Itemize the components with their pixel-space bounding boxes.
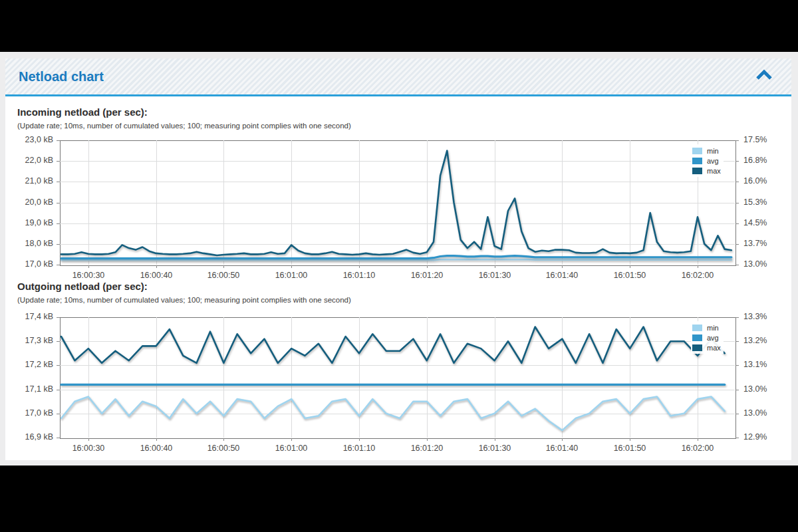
y-axis-label-right: 13.0% [743,259,767,269]
y-axis-label-left: 17,2 kB [4,360,53,369]
legend-label: max [707,167,721,175]
y-axis-label-left: 16,9 kB [4,432,53,442]
x-axis-tick-label: 16:01:40 [538,444,586,453]
chart-legend: minavgmax [691,321,724,354]
x-axis-tick-label: 16:01:30 [471,271,519,280]
y-axis-label-left: 17,0 kB [4,408,53,418]
x-axis-tick-label: 16:02:00 [674,271,722,280]
x-axis-tick-label: 16:01:10 [335,444,383,453]
y-axis-label-right: 13.1% [743,360,767,369]
y-axis-label-right: 15.3% [743,198,767,207]
y-axis-label-right: 16.8% [743,156,767,165]
y-axis-label-right: 16.0% [743,176,767,186]
x-axis-tick-label: 16:00:40 [132,271,180,280]
outgoing-section-heading: Outgoing netload (per sec): [17,281,148,292]
outgoing-netload-chart: 17,4 kB17,3 kB17,2 kB17,1 kB17,0 kB16,9 … [60,317,735,438]
y-axis-label-left: 20,0 kB [4,198,53,207]
legend-label: min [707,324,719,332]
legend-item-avg: avg [692,332,721,342]
y-axis-label-left: 22,0 kB [4,156,53,165]
y-axis-label-left: 19,0 kB [4,218,53,227]
incoming-netload-chart: 23,0 kB22,0 kB21,0 kB20,0 kB19,0 kB18,0 … [60,140,735,265]
x-axis-tick-label: 16:01:20 [403,271,451,280]
legend-label: min [707,147,719,155]
x-axis-tick-label: 16:00:50 [200,444,247,453]
netload-panel: Netload chart Incoming netload (per sec)… [5,59,791,460]
gridlines [57,140,739,268]
x-axis-tick-label: 16:00:50 [200,271,247,280]
legend-item-min: min [692,146,721,156]
y-axis-label-right: 14.5% [743,218,767,227]
x-axis-tick-label: 16:01:10 [335,271,383,280]
y-axis-label-right: 12.9% [743,432,767,442]
legend-item-avg: avg [692,156,721,166]
x-axis-tick-label: 16:01:30 [471,444,519,453]
y-axis-label-left: 23,0 kB [4,135,53,144]
legend-item-min: min [692,323,721,332]
legend-item-max: max [692,166,721,176]
y-axis-label-left: 17,3 kB [4,336,53,345]
legend-label: avg [707,157,719,165]
panel-title: Netload chart [19,59,104,94]
x-axis-tick-label: 16:00:30 [65,444,112,453]
x-axis-tick-label: 16:01:50 [606,444,654,453]
legend-item-max: max [692,342,721,352]
y-axis-label-right: 13.0% [743,408,767,418]
incoming-section-heading: Incoming netload (per sec): [17,106,148,118]
x-axis-tick-label: 16:01:50 [606,271,654,280]
legend-swatch-min-icon [692,325,702,331]
x-axis-tick-label: 16:01:00 [267,271,315,280]
series-avg-line [61,256,732,259]
gridlines [57,317,739,441]
plot-svg [60,140,735,265]
x-axis-tick-label: 16:00:30 [65,271,112,280]
y-axis-label-left: 17,0 kB [4,259,53,269]
y-axis-label-left: 21,0 kB [4,176,53,186]
collapse-button[interactable] [754,67,774,84]
legend-label: max [707,344,721,352]
series-min-line [61,397,725,431]
incoming-section-subheading: (Update rate; 10ms, number of cumulated … [17,122,351,130]
y-axis-label-left: 18,0 kB [4,239,53,248]
x-axis-tick-label: 16:01:40 [538,271,586,280]
y-axis-label-right: 13.3% [743,312,767,321]
legend-label: avg [707,334,719,342]
x-axis-tick-label: 16:01:20 [403,444,451,453]
x-axis-tick-label: 16:01:00 [267,444,315,453]
series-min-line [61,259,732,260]
y-axis-label-right: 17.5% [743,135,767,144]
y-axis-label-right: 13.0% [743,384,767,394]
y-axis-label-right: 13.2% [743,336,767,345]
panel-header: Netload chart [5,59,791,96]
legend-swatch-max-icon [692,168,702,174]
x-axis-tick-label: 16:00:40 [132,444,180,453]
chevron-up-icon [754,67,774,84]
legend-swatch-max-icon [692,344,702,351]
legend-swatch-min-icon [692,148,702,154]
outgoing-section-subheading: (Update rate; 10ms, number of cumulated … [17,296,351,304]
plot-svg [60,317,735,438]
y-axis-label-left: 17,4 kB [4,312,53,321]
series-max-line [61,327,725,363]
y-axis-label-left: 17,1 kB [4,384,53,394]
legend-swatch-avg-icon [692,158,702,164]
legend-swatch-avg-icon [692,334,702,341]
x-axis-tick-label: 16:02:00 [674,444,722,453]
y-axis-label-right: 13.7% [743,239,767,248]
chart-legend: minavgmax [691,144,724,177]
